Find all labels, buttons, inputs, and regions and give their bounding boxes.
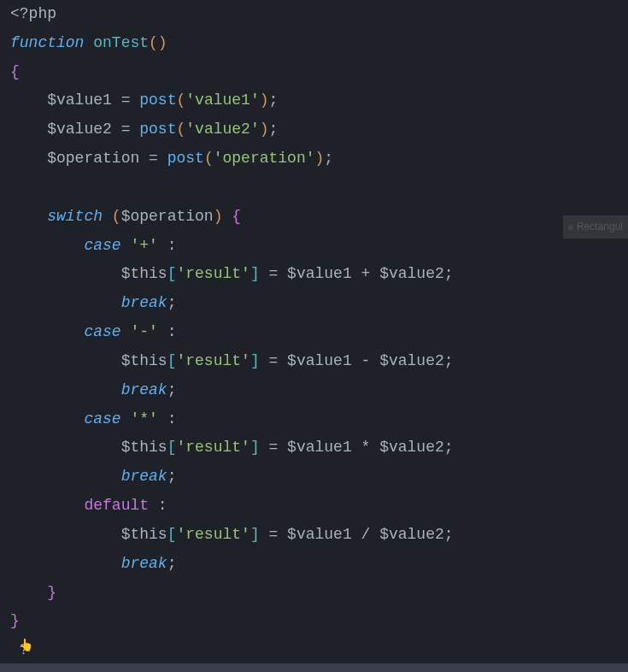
string-literal: 'value2' bbox=[185, 121, 259, 138]
code-line: { bbox=[10, 58, 628, 87]
code-line: break; bbox=[10, 550, 628, 579]
variable: $value1 bbox=[47, 91, 112, 109]
variable: $this bbox=[121, 352, 167, 369]
keyword-default: default bbox=[84, 497, 149, 514]
variable: $value2 bbox=[47, 121, 112, 138]
function-call: post bbox=[139, 121, 176, 138]
variable: $this bbox=[121, 526, 167, 543]
function-call: post bbox=[167, 150, 204, 167]
string-literal: 'result' bbox=[176, 526, 249, 543]
keyword-break: break bbox=[121, 381, 167, 398]
code-editor[interactable]: <?php function onTest() { $value1 = post… bbox=[0, 0, 628, 665]
code-line: <?php bbox=[10, 0, 628, 29]
code-line: case '+' : bbox=[10, 232, 628, 261]
variable: $operation bbox=[121, 208, 214, 225]
code-line: $this['result'] = $value1 - $value2; bbox=[10, 347, 628, 376]
code-line: $value2 = post('value2'); bbox=[10, 115, 628, 144]
keyword-break: break bbox=[121, 468, 167, 485]
status-bar bbox=[0, 663, 628, 672]
string-literal: 'result' bbox=[176, 265, 249, 282]
string-literal: 'value1' bbox=[185, 91, 259, 109]
string-literal: '-' bbox=[130, 323, 157, 340]
keyword-function: function bbox=[10, 34, 84, 51]
code-line: $value1 = post('value1'); bbox=[10, 86, 628, 115]
keyword-case: case bbox=[84, 323, 120, 340]
code-line: ? bbox=[10, 636, 628, 665]
php-open-tag: <?php bbox=[10, 5, 56, 22]
code-line: function onTest() bbox=[10, 29, 628, 58]
cursor-icon: 👆 bbox=[19, 634, 33, 657]
string-literal: 'result' bbox=[176, 439, 249, 456]
code-line: break; bbox=[10, 289, 628, 318]
code-line: } bbox=[10, 579, 628, 608]
dot-icon bbox=[568, 225, 573, 230]
string-literal: 'operation' bbox=[214, 150, 315, 167]
keyword-break: break bbox=[121, 294, 167, 311]
function-call: post bbox=[139, 91, 176, 109]
open-brace: { bbox=[10, 63, 20, 80]
code-line: break; bbox=[10, 376, 628, 405]
code-line: $operation = post('operation'); bbox=[10, 144, 628, 174]
code-line: case '*' : bbox=[10, 405, 628, 434]
keyword-case: case bbox=[84, 410, 120, 427]
code-line: } bbox=[10, 607, 628, 636]
code-line bbox=[10, 174, 628, 203]
keyword-case: case bbox=[84, 237, 120, 254]
code-line: case '-' : bbox=[10, 318, 628, 347]
variable: $this bbox=[121, 439, 167, 456]
close-brace: } bbox=[10, 612, 20, 629]
hint-label: Rectangul bbox=[577, 221, 623, 233]
code-line: $this['result'] = $value1 / $value2; bbox=[10, 521, 628, 550]
code-line: switch ($operation) { bbox=[10, 203, 628, 232]
code-line: $this['result'] = $value1 + $value2; bbox=[10, 260, 628, 289]
rectangular-selection-hint[interactable]: Rectangul bbox=[563, 215, 628, 239]
string-literal: '*' bbox=[130, 410, 157, 427]
variable: $this bbox=[121, 265, 167, 282]
string-literal: '+' bbox=[130, 237, 157, 254]
variable: $operation bbox=[47, 150, 139, 167]
keyword-break: break bbox=[121, 555, 167, 572]
keyword-switch: switch bbox=[47, 208, 103, 225]
code-line: default : bbox=[10, 492, 628, 521]
code-line: break; bbox=[10, 463, 628, 492]
close-brace: } bbox=[47, 584, 56, 601]
function-name: onTest bbox=[93, 34, 149, 51]
string-literal: 'result' bbox=[176, 352, 249, 369]
code-line: $this['result'] = $value1 * $value2; bbox=[10, 433, 628, 463]
